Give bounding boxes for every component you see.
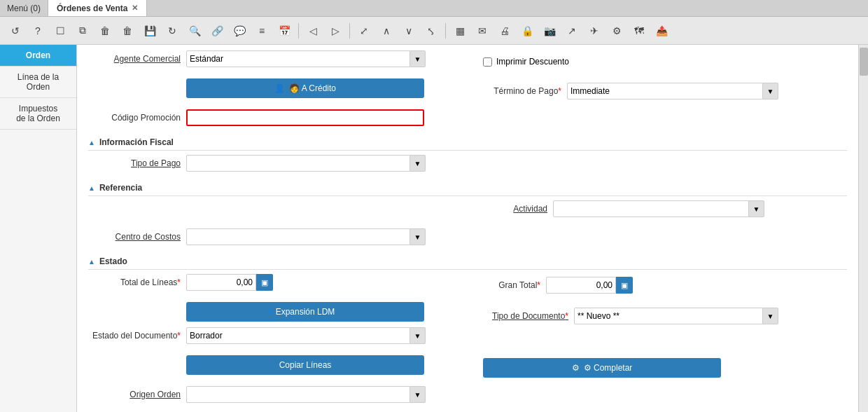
referencia-section: ▲ Referencia [88, 183, 847, 196]
termino-pago-select-wrap: Immediate ▼ [567, 83, 778, 99]
email-button[interactable]: ✉ [472, 21, 492, 41]
imprimir-descuento-row: Imprimir Descuento [483, 57, 569, 67]
scrollbar-thumb[interactable] [860, 48, 868, 76]
delete1-button[interactable]: 🗑 [95, 21, 115, 41]
centro-costos-select-wrap: ▼ [186, 228, 426, 245]
copy-button[interactable]: ⧉ [73, 21, 92, 41]
codigo-promocion-input[interactable] [186, 109, 424, 126]
termino-pago-select[interactable]: Immediate [567, 83, 763, 99]
sidebar: Orden Línea de laOrden Impuestosde la Or… [0, 45, 77, 412]
refresh-button[interactable]: ↻ [162, 21, 182, 41]
tipo-documento-select-wrap: ** Nuevo ** ▼ [574, 308, 778, 324]
centro-costos-label[interactable]: Centro de Costos [88, 232, 186, 242]
help-button[interactable]: ? [28, 21, 48, 41]
sidebar-item-linea[interactable]: Línea de laOrden [0, 67, 76, 98]
agente-comercial-arrow[interactable]: ▼ [410, 50, 426, 67]
termino-pago-arrow[interactable]: ▼ [763, 83, 778, 99]
scrollbar-track [858, 45, 868, 412]
send-button[interactable]: ✈ [584, 21, 604, 41]
expansion-ldm-button[interactable]: Expansión LDM [186, 302, 424, 322]
actividad-label[interactable]: Actividad [483, 204, 553, 214]
a-credito-button[interactable]: 👤 🧑 A Crédito [186, 78, 424, 98]
comment-button[interactable]: 💬 [230, 21, 249, 41]
sidebar-label-orden: Orden [26, 50, 50, 60]
centro-costos-select[interactable] [186, 228, 410, 245]
actividad-select[interactable] [553, 200, 749, 217]
completar-icon: ⚙ [572, 363, 580, 373]
gran-total-input[interactable]: 0,00 [546, 277, 616, 294]
separator3 [445, 23, 446, 39]
centro-costos-arrow[interactable]: ▼ [410, 228, 426, 245]
estado-documento-select-wrap: Borrador ▼ [186, 327, 426, 344]
save-button[interactable]: 💾 [140, 21, 160, 41]
menu-tab[interactable]: Menú (0) [0, 0, 48, 16]
link-button[interactable]: ↗ [562, 21, 582, 41]
origen-orden-select-wrap: ▼ [186, 386, 426, 403]
undo-button[interactable]: ↺ [6, 21, 25, 41]
tipo-documento-arrow[interactable]: ▼ [763, 308, 778, 324]
termino-pago-label: Término de Pago* [483, 86, 567, 96]
calendar-button[interactable]: 📅 [274, 21, 294, 41]
active-tab[interactable]: Órdenes de Venta ✕ [48, 0, 147, 16]
map-button[interactable]: 🗺 [629, 21, 649, 41]
gran-total-wrap: 0,00 ▣ [546, 277, 633, 294]
tipo-pago-label[interactable]: Tipo de Pago [88, 158, 186, 168]
tipo-pago-select[interactable] [186, 155, 410, 172]
tipo-documento-label[interactable]: Tipo de Documento* [483, 311, 574, 321]
gran-total-calc-btn[interactable]: ▣ [616, 277, 633, 294]
delete2-button[interactable]: 🗑 [118, 21, 137, 41]
copiar-lineas-button[interactable]: Copiar Líneas [186, 355, 424, 375]
prev-button[interactable]: ◁ [303, 21, 323, 41]
menu-tab-label: Menú (0) [7, 4, 41, 13]
up-button[interactable]: ∧ [377, 21, 396, 41]
actividad-arrow[interactable]: ▼ [749, 200, 764, 217]
list-button[interactable]: ≡ [252, 21, 272, 41]
actividad-select-wrap: ▼ [553, 200, 764, 217]
attach-button[interactable]: 🔗 [207, 21, 227, 41]
separator1 [298, 23, 299, 39]
estado-documento-select[interactable]: Borrador [186, 327, 410, 344]
tipo-pago-arrow[interactable]: ▼ [410, 155, 426, 172]
info-fiscal-label: Información Fiscal [99, 137, 174, 147]
total-lineas-wrap: 0,00 ▣ [186, 274, 273, 291]
close-tab-icon[interactable]: ✕ [132, 4, 138, 13]
down-button[interactable]: ∨ [399, 21, 419, 41]
search-button[interactable]: 🔍 [185, 21, 204, 41]
settings-button[interactable]: ⚙ [607, 21, 626, 41]
agente-comercial-select[interactable]: Estándar [186, 50, 410, 67]
photo-button[interactable]: 📷 [540, 21, 559, 41]
form-content: Agente Comercial Estándar ▼ Imprimir Des… [77, 45, 858, 412]
agente-comercial-select-wrap: Estándar ▼ [186, 50, 426, 67]
completar-button[interactable]: ⚙ ⚙ Completar [483, 358, 721, 378]
total-lineas-calc-btn[interactable]: ▣ [256, 274, 273, 291]
agente-comercial-label[interactable]: Agente Comercial [88, 54, 186, 64]
total-lineas-input[interactable]: 0,00 [186, 274, 256, 291]
next-button[interactable]: ▷ [326, 21, 345, 41]
collapse-button[interactable]: ⤣ [421, 21, 441, 41]
new-button[interactable]: ☐ [50, 21, 70, 41]
a-credito-icon: 👤 [274, 83, 285, 93]
grid-button[interactable]: ▦ [450, 21, 470, 41]
info-fiscal-section: ▲ Información Fiscal [88, 137, 847, 151]
estado-triangle[interactable]: ▲ [88, 258, 95, 266]
gran-total-label: Gran Total* [483, 280, 546, 290]
sidebar-item-orden[interactable]: Orden [0, 45, 76, 67]
origen-orden-arrow[interactable]: ▼ [410, 386, 426, 403]
print-button[interactable]: 🖨 [495, 21, 514, 41]
export-button[interactable]: 📤 [652, 21, 671, 41]
referencia-label: Referencia [99, 183, 142, 193]
referencia-triangle[interactable]: ▲ [88, 184, 95, 192]
origen-orden-label[interactable]: Origen Orden [88, 390, 186, 399]
sidebar-item-impuestos[interactable]: Impuestosde la Orden [0, 98, 76, 130]
info-fiscal-triangle[interactable]: ▲ [88, 139, 95, 146]
estado-documento-label: Estado del Documento* [88, 331, 186, 341]
origen-orden-select[interactable] [186, 386, 410, 403]
lock-button[interactable]: 🔒 [517, 21, 537, 41]
expand-button[interactable]: ⤢ [354, 21, 374, 41]
estado-documento-arrow[interactable]: ▼ [410, 327, 426, 344]
estado-label: Estado [99, 256, 127, 266]
imprimir-descuento-checkbox[interactable] [483, 57, 492, 67]
sidebar-label-linea: Línea de laOrden [18, 72, 59, 92]
imprimir-descuento-label: Imprimir Descuento [496, 57, 569, 67]
tipo-documento-select[interactable]: ** Nuevo ** [574, 308, 763, 324]
